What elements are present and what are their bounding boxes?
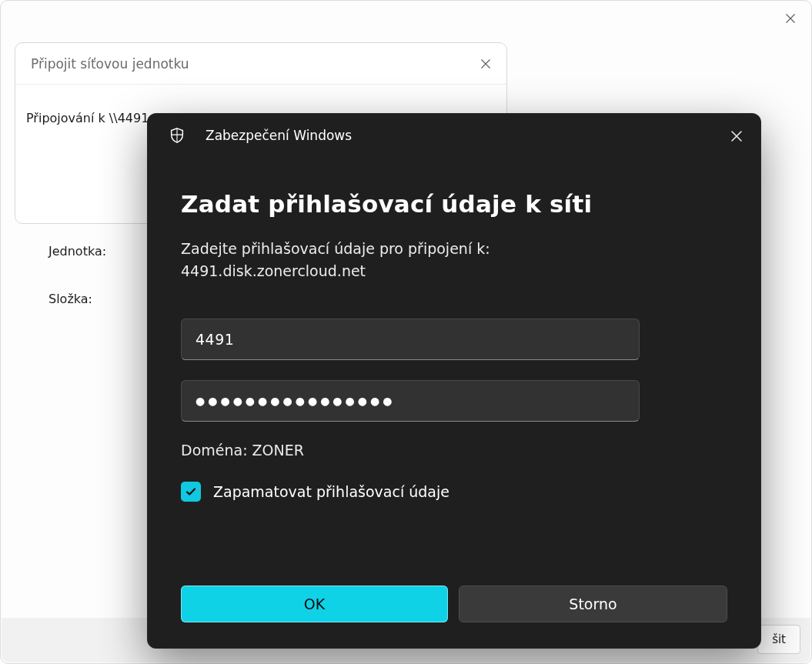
- security-heading: Zadat přihlašovací údaje k síti: [181, 190, 727, 218]
- close-icon: [480, 58, 491, 69]
- background-close-button[interactable]: [780, 8, 800, 28]
- background-window: šit Jednotka: Složka: Připojit síťovou j…: [0, 0, 812, 664]
- security-close-button[interactable]: [726, 125, 747, 147]
- background-partial-button[interactable]: šit: [757, 625, 800, 654]
- unit-label: Jednotka:: [48, 244, 106, 259]
- close-icon: [730, 130, 743, 142]
- cancel-button[interactable]: Storno: [459, 586, 727, 622]
- map-dialog-close-button[interactable]: [476, 54, 496, 74]
- background-partial-button-label: šit: [772, 632, 786, 646]
- remember-checkbox[interactable]: [181, 482, 201, 502]
- folder-label: Složka:: [48, 292, 92, 306]
- security-button-row: OK Storno: [181, 586, 727, 622]
- windows-security-dialog: Zabezpečení Windows Zadat přihlašovací ú…: [147, 113, 761, 649]
- username-input[interactable]: [181, 319, 640, 360]
- map-dialog-title: Připojit síťovou jednotku: [31, 56, 189, 72]
- security-subtitle: Zadejte přihlašovací údaje pro připojení…: [181, 238, 673, 283]
- checkmark-icon: [185, 485, 197, 498]
- close-icon: [785, 13, 796, 24]
- ok-button[interactable]: OK: [181, 586, 448, 622]
- security-titlebar: Zabezpečení Windows: [147, 113, 761, 158]
- shield-icon: [169, 127, 185, 144]
- security-subtitle-line1: Zadejte přihlašovací údaje pro připojení…: [181, 240, 490, 257]
- security-app-title: Zabezpečení Windows: [206, 128, 352, 143]
- remember-credentials-row: Zapamatovat přihlašovací údaje: [181, 482, 727, 502]
- security-subtitle-line2: 4491.disk.zonercloud.net: [181, 262, 366, 279]
- password-input[interactable]: [181, 380, 640, 422]
- security-content: Zadat přihlašovací údaje k síti Zadejte …: [147, 158, 761, 502]
- map-dialog-header: Připojit síťovou jednotku: [15, 43, 506, 85]
- remember-label: Zapamatovat přihlašovací údaje: [213, 483, 449, 500]
- domain-label: Doména: ZONER: [181, 442, 727, 459]
